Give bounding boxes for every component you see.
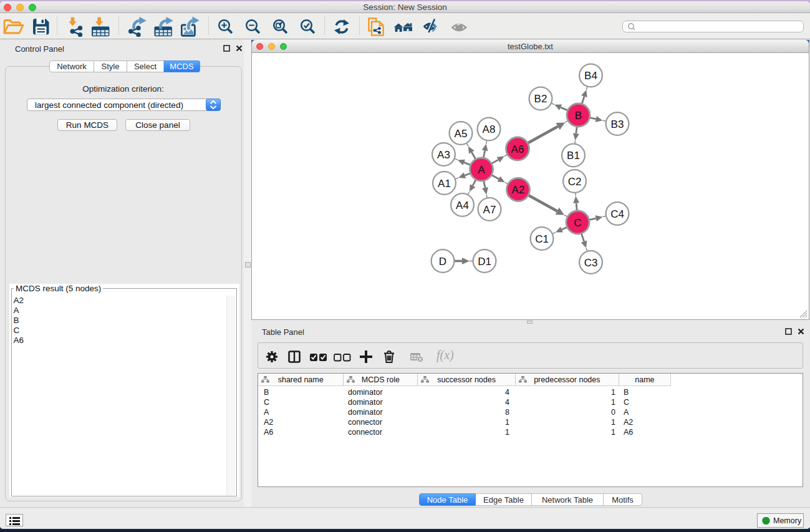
svg-text:C: C [574,217,581,229]
svg-text:A5: A5 [455,128,468,140]
svg-text:A: A [478,164,485,176]
svg-text:D: D [439,256,446,268]
svg-text:A2: A2 [512,184,525,196]
svg-text:C4: C4 [610,208,624,220]
svg-text:B3: B3 [611,118,624,130]
svg-text:C2: C2 [568,176,582,188]
svg-text:B2: B2 [534,93,547,105]
svg-text:A7: A7 [483,204,496,216]
svg-text:A3: A3 [437,149,450,161]
svg-text:C3: C3 [584,257,598,269]
svg-text:C1: C1 [535,233,549,245]
svg-text:A6: A6 [511,143,524,155]
svg-text:D1: D1 [478,256,491,268]
svg-text:B: B [575,110,582,122]
svg-text:B1: B1 [567,150,580,162]
svg-text:A1: A1 [438,178,451,190]
svg-text:A4: A4 [456,200,469,211]
svg-text:A8: A8 [483,123,496,135]
svg-text:B4: B4 [584,70,597,82]
